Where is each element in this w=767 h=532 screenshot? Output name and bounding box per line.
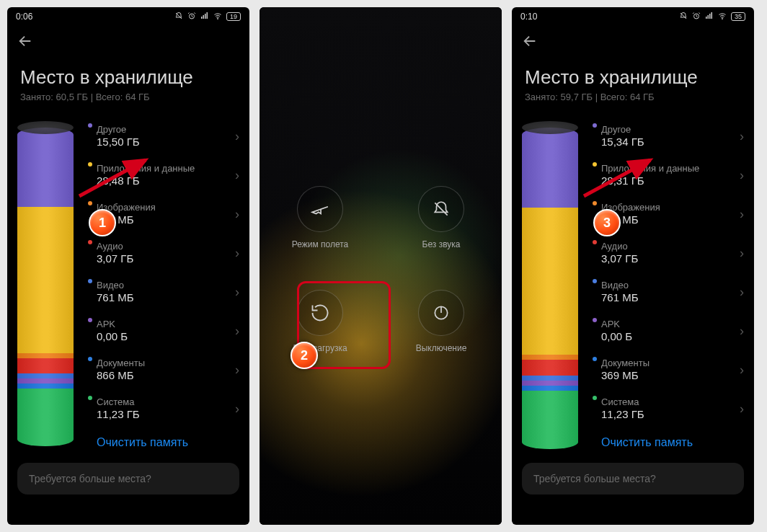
wifi-icon xyxy=(213,12,222,22)
storage-category-row[interactable]: Видео761 МБ› xyxy=(594,272,747,311)
storage-category-row[interactable]: Видео761 МБ› xyxy=(89,272,242,311)
poweroff-label: Выключение xyxy=(416,343,467,353)
storage-category-row[interactable]: APK0,00 Б› xyxy=(89,311,242,350)
cylinder-segment xyxy=(522,376,578,381)
category-value: 637 МБ xyxy=(97,213,235,227)
svg-rect-9 xyxy=(707,15,709,19)
category-value: 3,07 ГБ xyxy=(97,252,235,266)
storage-screen-before: 0:06 19 Место в хранилище xyxy=(7,7,249,525)
storage-cylinder-chart xyxy=(522,121,578,450)
category-label: Документы xyxy=(601,358,740,368)
chevron-right-icon: › xyxy=(740,129,747,144)
category-value: 638 МБ xyxy=(601,213,740,227)
chevron-right-icon: › xyxy=(740,402,747,417)
storage-category-row[interactable]: Другое15,50 ГБ› xyxy=(89,117,242,156)
category-label: Видео xyxy=(601,280,740,291)
chevron-right-icon: › xyxy=(740,168,747,183)
category-label: Система xyxy=(601,396,740,407)
storage-summary: Занято: 60,5 ГБ | Всего: 64 ГБ xyxy=(7,92,249,112)
category-value: 15,34 ГБ xyxy=(601,135,740,149)
category-color-dot xyxy=(88,201,92,205)
category-color-dot xyxy=(88,279,92,283)
chevron-right-icon: › xyxy=(235,246,242,261)
storage-screen-after: 0:10 35 Место в хранилище xyxy=(512,7,754,525)
category-value: 761 МБ xyxy=(601,291,740,305)
alarm-icon xyxy=(692,12,701,22)
chevron-right-icon: › xyxy=(235,129,242,144)
cylinder-segment xyxy=(17,207,74,353)
storage-category-row[interactable]: Документы369 МБ› xyxy=(594,350,747,389)
storage-category-row[interactable]: Другое15,34 ГБ› xyxy=(594,117,747,156)
status-bar: 0:06 19 xyxy=(7,7,249,26)
chevron-right-icon: › xyxy=(235,285,242,300)
category-label: APK xyxy=(97,319,235,329)
need-more-space-card[interactable]: Требуется больше места? xyxy=(17,463,239,495)
category-color-dot xyxy=(88,318,92,322)
svg-rect-11 xyxy=(711,12,712,19)
chevron-right-icon: › xyxy=(235,363,242,378)
storage-category-row[interactable]: Документы866 МБ› xyxy=(89,350,242,389)
storage-category-row[interactable]: Система11,23 ГБ› xyxy=(89,389,242,428)
chevron-right-icon: › xyxy=(740,324,747,339)
chevron-right-icon: › xyxy=(740,246,747,261)
signal-icon xyxy=(705,12,714,22)
svg-rect-10 xyxy=(709,14,711,19)
cylinder-segment xyxy=(17,358,74,374)
storage-category-row[interactable]: APK0,00 Б› xyxy=(594,311,747,350)
category-label: Видео xyxy=(97,280,235,291)
category-label: Аудио xyxy=(97,241,235,252)
wifi-icon xyxy=(718,12,727,22)
step-badge-3: 3 xyxy=(593,209,621,236)
storage-summary: Занято: 59,7 ГБ | Всего: 64 ГБ xyxy=(512,92,754,112)
back-button[interactable] xyxy=(7,26,249,52)
storage-category-row[interactable]: Аудио3,07 ГБ› xyxy=(594,234,747,272)
power-off-button[interactable]: Выключение xyxy=(416,290,467,353)
airplane-mode-button[interactable]: Режим полета xyxy=(292,186,349,249)
signal-icon xyxy=(200,12,209,22)
clock: 0:06 xyxy=(16,12,32,22)
chevron-right-icon: › xyxy=(235,402,242,417)
category-color-dot xyxy=(593,240,597,244)
step-badge-1: 1 xyxy=(89,209,116,236)
alarm-icon xyxy=(187,12,196,22)
step-badge-2: 2 xyxy=(291,342,318,369)
category-color-dot xyxy=(593,396,597,400)
svg-point-12 xyxy=(722,19,722,19)
page-title: Место в хранилище xyxy=(7,52,249,92)
cylinder-segment xyxy=(17,378,74,384)
storage-category-row[interactable]: Система11,23 ГБ› xyxy=(594,389,747,428)
category-color-dot xyxy=(593,123,597,128)
category-value: 369 МБ xyxy=(601,368,740,383)
chevron-right-icon: › xyxy=(740,207,747,222)
category-label: Аудио xyxy=(601,241,740,252)
status-bar: 0:10 35 xyxy=(512,7,754,26)
silent-mode-button[interactable]: Без звука xyxy=(418,186,464,249)
cylinder-segment xyxy=(17,353,74,358)
category-value: 0,00 Б xyxy=(97,329,235,344)
arrow-annotation-3 xyxy=(580,154,659,200)
storage-category-row[interactable]: Аудио3,07 ГБ› xyxy=(89,234,242,272)
dnd-icon xyxy=(679,12,688,22)
category-label: Другое xyxy=(97,124,235,135)
chevron-right-icon: › xyxy=(740,285,747,300)
category-value: 761 МБ xyxy=(97,291,235,305)
chevron-right-icon: › xyxy=(235,207,242,222)
storage-cylinder-chart xyxy=(17,121,74,450)
cylinder-segment xyxy=(17,373,74,378)
back-button[interactable] xyxy=(512,26,754,52)
svg-rect-4 xyxy=(206,12,208,19)
cleanup-memory-link[interactable]: Очистить память xyxy=(594,428,747,450)
cylinder-segment xyxy=(522,386,578,391)
need-more-space-card[interactable]: Требуется больше места? xyxy=(522,463,744,495)
cylinder-segment xyxy=(17,128,74,207)
airplane-label: Режим полета xyxy=(292,239,349,249)
category-label: Изображения xyxy=(601,202,740,213)
category-color-dot xyxy=(593,318,597,322)
category-value: 3,07 ГБ xyxy=(601,252,740,266)
cylinder-segment xyxy=(522,391,578,449)
category-color-dot xyxy=(88,240,92,244)
cleanup-memory-link[interactable]: Очистить память xyxy=(89,428,242,450)
cylinder-segment xyxy=(522,355,578,360)
category-value: 11,23 ГБ xyxy=(601,407,740,422)
chevron-right-icon: › xyxy=(740,363,747,378)
